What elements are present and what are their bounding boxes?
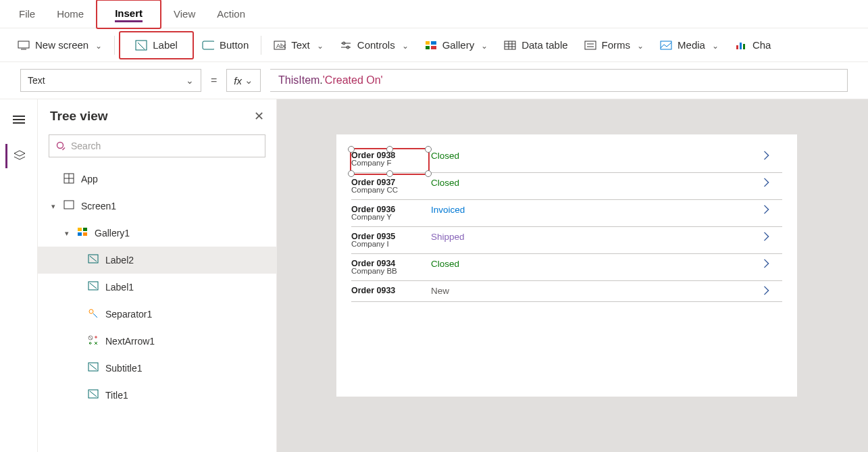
formula-input[interactable]: ThisItem.'Created On' — [270, 69, 848, 92]
gallery-row[interactable]: Order 0934Company BBClosed — [351, 254, 782, 281]
label-icon — [88, 254, 100, 266]
svg-rect-36 — [83, 232, 87, 236]
chevron-right-icon[interactable] — [762, 286, 782, 295]
tree-node-label: App — [81, 174, 98, 184]
button-button-label: Button — [220, 39, 249, 51]
formula-bar: Text ⌄ = fx ⌄ ThisItem.'Created On' — [0, 62, 868, 99]
property-selector-value: Text — [28, 75, 45, 86]
fx-button[interactable]: fx ⌄ — [226, 69, 261, 92]
menu-action[interactable]: Action — [207, 4, 255, 24]
controls-button[interactable]: Controls — [332, 35, 417, 55]
svg-line-3 — [138, 43, 145, 49]
data-table-button-label: Data table — [521, 39, 567, 51]
media-icon — [660, 39, 672, 51]
chevron-down-icon: ⌄ — [186, 75, 194, 86]
caret-icon: ▾ — [49, 202, 58, 211]
tree-view-header: Tree view ✕ — [38, 99, 276, 130]
search-input[interactable]: Search — [49, 134, 265, 157]
canvas[interactable]: Order 0938Company FClosedOrder 0937Compa… — [277, 99, 868, 452]
svg-line-28 — [63, 148, 66, 151]
rail-tree-view[interactable] — [5, 144, 32, 168]
status-label: Closed — [431, 178, 762, 188]
chevron-right-icon[interactable] — [762, 151, 782, 160]
order-subtitle: Company F — [351, 159, 431, 167]
status-label: Closed — [431, 259, 762, 269]
tree-view-title: Tree view — [50, 109, 108, 124]
gallery-row[interactable]: Order 0936Company YInvoiced — [351, 200, 782, 227]
svg-rect-12 — [431, 41, 436, 45]
svg-rect-25 — [740, 43, 742, 49]
close-icon[interactable]: ✕ — [254, 109, 264, 124]
menu-view[interactable]: View — [164, 4, 205, 24]
button-button[interactable]: Button — [194, 35, 257, 55]
svg-rect-35 — [78, 232, 82, 236]
tree-node-label: Screen1 — [81, 201, 116, 211]
svg-line-38 — [90, 256, 97, 261]
screen-icon — [18, 39, 30, 51]
tree-node-label1[interactable]: Label1 — [38, 274, 276, 301]
svg-rect-23 — [661, 41, 671, 49]
gallery-row[interactable]: Order 0937Company CCClosed — [351, 173, 782, 200]
nextarrow-icon — [88, 335, 100, 347]
forms-button[interactable]: Forms — [576, 35, 653, 55]
data-table-button[interactable]: Data table — [496, 35, 576, 55]
screen-icon — [63, 200, 76, 212]
chevron-down-icon — [315, 39, 324, 51]
ribbon: New screen Label Button Abc Text Control… — [0, 28, 868, 62]
new-screen-button[interactable]: New screen — [9, 35, 110, 55]
tree-node-separator1[interactable]: Separator1 — [38, 301, 276, 328]
tree-node-app[interactable]: App — [38, 166, 276, 193]
caret-icon: ▾ — [62, 229, 72, 238]
tree-node-title1[interactable]: Title1 — [38, 382, 276, 409]
gallery-row[interactable]: Order 0935Company IShipped — [351, 227, 782, 254]
label-icon — [88, 362, 100, 374]
chevron-right-icon[interactable] — [762, 232, 782, 241]
chevron-down-icon — [711, 39, 719, 51]
rail-hamburger[interactable] — [5, 107, 32, 132]
tree-node-nextarrow1[interactable]: NextArrow1 — [38, 328, 276, 355]
svg-rect-14 — [431, 46, 436, 49]
svg-point-27 — [57, 143, 63, 149]
media-button[interactable]: Media — [652, 35, 727, 55]
menu-file[interactable]: File — [9, 4, 45, 24]
gallery-row-text: Order 0938Company F — [351, 151, 431, 167]
status-label: Invoiced — [431, 205, 762, 215]
chevron-down-icon — [480, 39, 488, 51]
label-icon — [88, 389, 100, 401]
chevron-right-icon[interactable] — [762, 205, 782, 214]
tree-list: App ▾ Screen1 ▾ Gallery1 Label2 Label1 — [38, 166, 276, 452]
tree-node-subtitle1[interactable]: Subtitle1 — [38, 355, 276, 382]
gallery-row[interactable]: Order 0933New — [351, 281, 782, 302]
tree-node-label2[interactable]: Label2 — [38, 247, 276, 274]
tree-node-label: Gallery1 — [95, 228, 130, 238]
tree-node-label: Subtitle1 — [105, 363, 142, 374]
formula-token-object: ThisItem — [278, 74, 320, 86]
label-button[interactable]: Label — [127, 35, 186, 55]
svg-line-45 — [90, 364, 97, 370]
text-button[interactable]: Abc Text — [265, 35, 332, 55]
chevron-right-icon[interactable] — [762, 178, 782, 187]
chevron-right-icon[interactable] — [762, 259, 782, 268]
menu-home[interactable]: Home — [47, 4, 93, 24]
divider — [261, 36, 261, 55]
menu-insert[interactable]: Insert — [105, 3, 152, 26]
new-screen-label: New screen — [35, 39, 88, 51]
app-preview[interactable]: Order 0938Company FClosedOrder 0937Compa… — [336, 134, 797, 397]
svg-rect-26 — [743, 44, 745, 49]
svg-rect-15 — [505, 41, 515, 49]
gallery-row[interactable]: Order 0938Company FClosed — [351, 148, 782, 173]
gallery-button[interactable]: Gallery — [417, 35, 496, 55]
property-selector[interactable]: Text ⌄ — [20, 69, 201, 92]
tree-node-screen1[interactable]: ▾ Screen1 — [38, 193, 276, 220]
svg-line-43 — [89, 336, 92, 339]
tree-node-gallery1[interactable]: ▾ Gallery1 — [38, 220, 276, 247]
gallery-preview[interactable]: Order 0938Company FClosedOrder 0937Compa… — [336, 134, 797, 302]
svg-line-47 — [90, 391, 97, 397]
search-icon — [56, 141, 66, 151]
svg-rect-0 — [18, 41, 29, 48]
label-button-label: Label — [153, 39, 178, 51]
status-label: Shipped — [431, 232, 762, 242]
order-subtitle: Company BB — [351, 267, 431, 275]
charts-button[interactable]: Cha — [727, 35, 780, 55]
layers-icon — [13, 150, 26, 162]
